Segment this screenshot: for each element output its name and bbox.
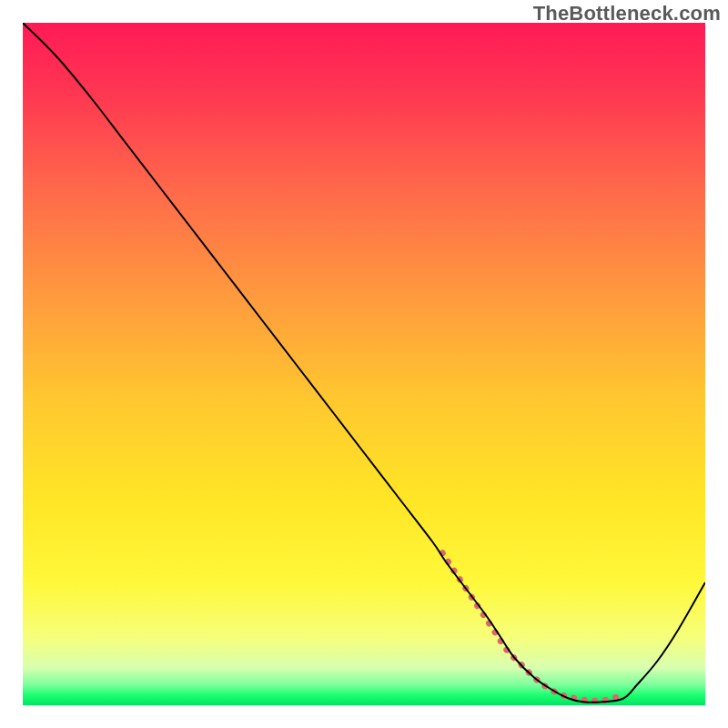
gradient-background xyxy=(23,23,705,705)
chart-svg xyxy=(23,23,705,705)
chart-canvas: TheBottleneck.com xyxy=(0,0,728,728)
plot-area xyxy=(23,23,705,705)
